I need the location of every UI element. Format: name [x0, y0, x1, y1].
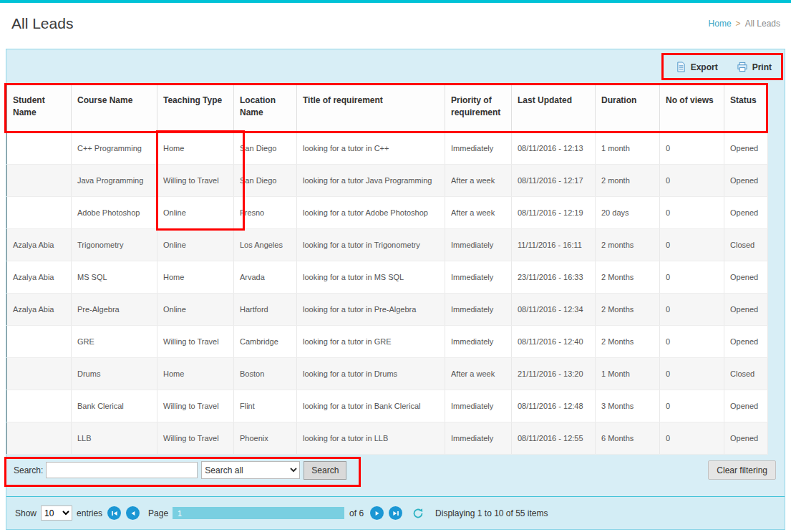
- table-cell: Azalya Abia: [7, 228, 72, 261]
- table-cell: [7, 196, 72, 228]
- of-label: of 6: [349, 508, 364, 518]
- entries-select[interactable]: 10: [41, 506, 72, 521]
- table-cell: [7, 164, 72, 196]
- export-button[interactable]: Export: [676, 62, 718, 72]
- table-cell: C++ Programming: [72, 132, 157, 164]
- table-cell: 2 month: [596, 164, 660, 196]
- table-cell: [7, 132, 72, 164]
- table-cell: MS SQL: [72, 261, 157, 293]
- table-row[interactable]: C++ ProgrammingHomeSan Diegolooking for …: [7, 132, 768, 164]
- table-cell: 08/11/2016 - 12:17: [512, 164, 596, 196]
- export-label: Export: [691, 62, 718, 72]
- table-cell: looking for a tutor Adobe Photoshop: [297, 196, 445, 228]
- table-cell: LLB: [72, 422, 157, 454]
- content-panel: Export Print Student NameCourse NameTeac…: [6, 49, 785, 530]
- breadcrumb: Home > All Leads: [709, 19, 780, 29]
- next-arrow-icon: [374, 510, 381, 517]
- table-cell: 2 months: [596, 228, 660, 261]
- table-row[interactable]: GREWilling to TravelCambridgelooking for…: [7, 325, 768, 357]
- column-header[interactable]: No of views: [660, 84, 724, 132]
- table-cell: Immediately: [445, 293, 512, 325]
- prev-page-button[interactable]: [126, 506, 140, 520]
- table-cell: 2 Months: [596, 293, 660, 325]
- table-cell: Willing to Travel: [157, 325, 234, 357]
- table-cell: looking for a tutor in Bank Clerical: [297, 390, 445, 422]
- search-filter-select[interactable]: Search all: [201, 461, 300, 479]
- page-input[interactable]: [173, 507, 344, 519]
- column-header[interactable]: Last Updated: [512, 84, 596, 132]
- table-cell: 11/11/2016 - 16:11: [512, 228, 596, 261]
- table-cell: After a week: [445, 196, 512, 228]
- search-input[interactable]: [46, 462, 198, 478]
- column-header[interactable]: Student Name: [7, 84, 72, 132]
- skip-first-icon: [111, 510, 118, 517]
- page-label: Page: [148, 508, 168, 518]
- column-header[interactable]: Priority of requirement: [445, 84, 512, 132]
- column-header[interactable]: Duration: [596, 84, 660, 132]
- table-cell: looking for a tutor in MS SQL: [297, 261, 445, 293]
- table-row[interactable]: LLBWilling to TravelPhoenixlooking for a…: [7, 422, 768, 454]
- table-cell: 0: [660, 422, 724, 454]
- table-cell: Opened: [724, 132, 768, 164]
- table-row[interactable]: Azalya AbiaPre-AlgebraOnlineHartfordlook…: [7, 293, 768, 325]
- table-cell: 0: [660, 390, 724, 422]
- table-cell: Adobe Photoshop: [72, 196, 157, 228]
- page: All Leads Home > All Leads Export Print: [0, 0, 791, 532]
- breadcrumb-separator: >: [736, 19, 741, 29]
- last-page-button[interactable]: [389, 506, 402, 520]
- column-header[interactable]: Status: [724, 84, 768, 132]
- table-row[interactable]: Azalya AbiaTrigonometryOnlineLos Angeles…: [7, 228, 768, 261]
- table-cell: Opened: [724, 261, 768, 293]
- table-cell: 20 days: [596, 196, 660, 228]
- table-cell: Closed: [724, 228, 768, 261]
- table-cell: Trigonometry: [72, 228, 157, 261]
- table-cell: Willing to Travel: [157, 390, 234, 422]
- clear-filtering-button[interactable]: Clear filtering: [708, 460, 776, 480]
- column-header[interactable]: Title of requirement: [297, 84, 445, 132]
- skip-last-icon: [392, 510, 399, 517]
- column-header[interactable]: Location Name: [234, 84, 297, 132]
- table-cell: looking for a tutor in Drums: [297, 357, 445, 390]
- print-label: Print: [752, 62, 772, 72]
- table-cell: Opened: [724, 196, 768, 228]
- table-cell: Drums: [72, 357, 157, 390]
- table-cell: [7, 422, 72, 454]
- refresh-icon[interactable]: [412, 508, 424, 519]
- next-page-button[interactable]: [370, 506, 384, 520]
- breadcrumb-home-link[interactable]: Home: [709, 19, 732, 29]
- table-cell: Willing to Travel: [157, 422, 234, 454]
- table-cell: Home: [157, 132, 234, 164]
- table-cell: Bank Clerical: [72, 390, 157, 422]
- table-cell: looking for a tutor Java Programming: [297, 164, 445, 196]
- show-label: Show: [15, 508, 37, 518]
- table-cell: Opened: [724, 325, 768, 357]
- table-cell: Boston: [234, 357, 297, 390]
- column-header[interactable]: Teaching Type: [157, 84, 234, 132]
- printer-icon: [737, 62, 748, 72]
- table-cell: 08/11/2016 - 12:40: [512, 325, 596, 357]
- table-row[interactable]: Azalya AbiaMS SQLHomeArvadalooking for a…: [7, 261, 768, 293]
- table-cell: San Diego: [234, 132, 297, 164]
- search-button[interactable]: Search: [304, 461, 346, 480]
- table-row[interactable]: Java ProgrammingWilling to TravelSan Die…: [7, 164, 768, 196]
- table-cell: Cambridge: [234, 325, 297, 357]
- page-title: All Leads: [11, 15, 73, 32]
- table-cell: Opened: [724, 422, 768, 454]
- table-header-row: Student NameCourse NameTeaching TypeLoca…: [7, 84, 768, 132]
- table-cell: 23/11/2016 - 16:33: [512, 261, 596, 293]
- table-cell: 6 Months: [596, 422, 660, 454]
- first-page-button[interactable]: [107, 506, 121, 520]
- print-button[interactable]: Print: [737, 62, 772, 72]
- breadcrumb-current: All Leads: [745, 19, 780, 29]
- table-cell: Flint: [234, 390, 297, 422]
- table-cell: [7, 357, 72, 390]
- table-row[interactable]: DrumsHomeBostonlooking for a tutor in Dr…: [7, 357, 768, 390]
- table-cell: 2 Months: [596, 325, 660, 357]
- column-header[interactable]: Course Name: [72, 84, 157, 132]
- table-cell: Online: [157, 228, 234, 261]
- document-export-icon: [676, 62, 686, 72]
- table-row[interactable]: Adobe PhotoshopOnlineFresnolooking for a…: [7, 196, 768, 228]
- table-cell: 08/11/2016 - 12:48: [512, 390, 596, 422]
- page-header: All Leads Home > All Leads: [0, 3, 791, 44]
- table-row[interactable]: Bank ClericalWilling to TravelFlintlooki…: [7, 390, 768, 422]
